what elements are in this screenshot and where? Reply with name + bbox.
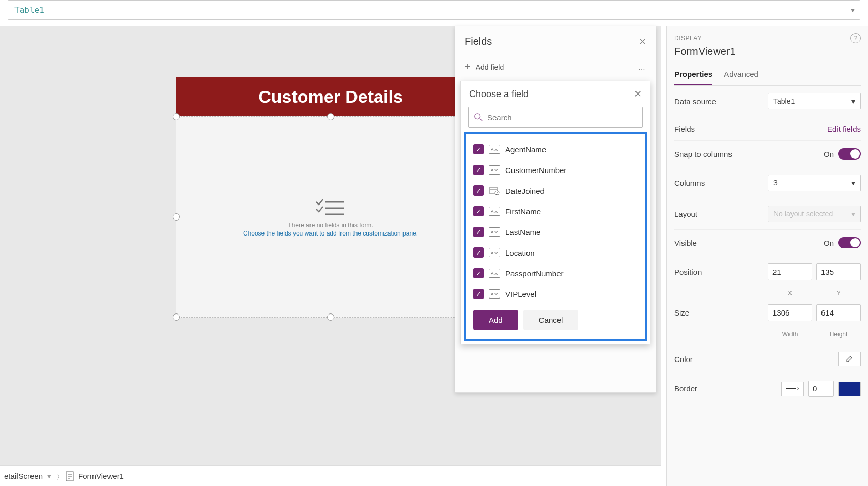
formula-bar[interactable]: Table1 ▾: [8, 0, 860, 20]
chevron-down-icon[interactable]: ▾: [851, 6, 855, 14]
formula-text: Table1: [14, 5, 44, 15]
